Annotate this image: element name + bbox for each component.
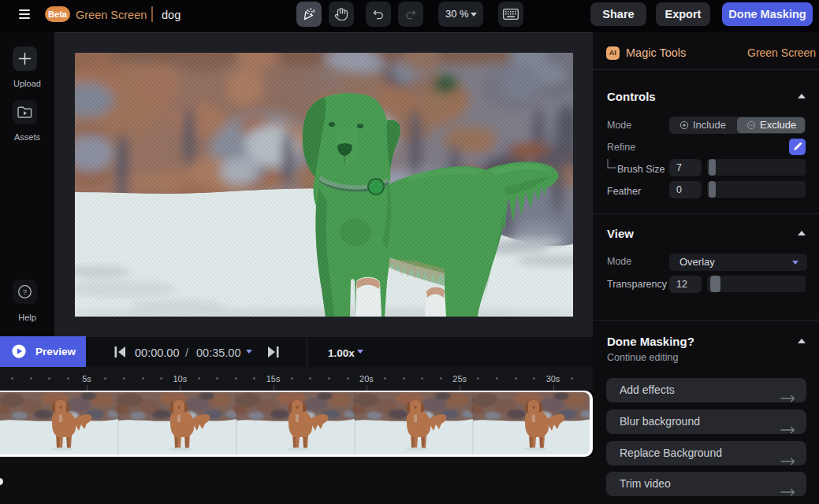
- svg-text:?: ?: [23, 287, 27, 296]
